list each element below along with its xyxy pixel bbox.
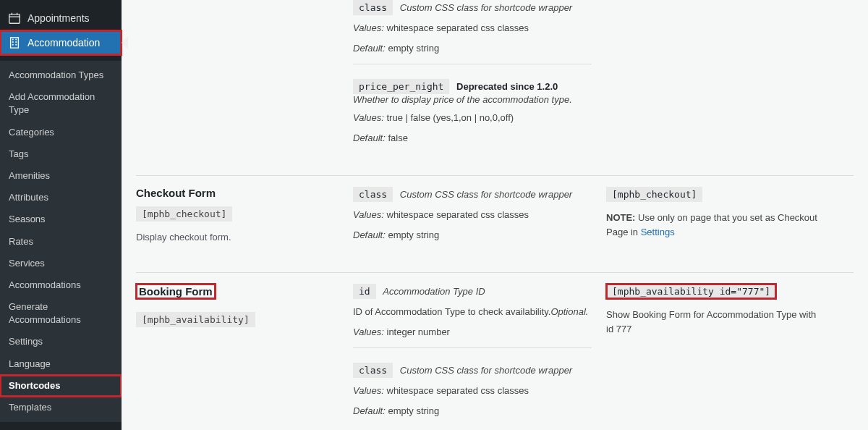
svg-rect-7 [12,41,14,43]
section-title: Booking Form [136,284,216,299]
param-name-code: class [353,187,393,202]
submenu-categories[interactable]: Categories [0,122,122,143]
param-desc: Custom CSS class for shortcode wrapper [400,2,572,13]
submenu-settings[interactable]: Settings [0,331,122,353]
example-code: [mphb_availability id="777"] [606,284,776,299]
param-desc: Accommodation Type ID [383,286,485,297]
submenu-shortcodes[interactable]: Shortcodes [0,375,122,397]
svg-rect-6 [15,39,17,41]
param-desc: Custom CSS class for shortcode wrapper [400,365,572,376]
menu-appointments[interactable]: Appointments [0,6,122,30]
section-desc: Display checkout form. [136,230,339,245]
param-name-code: class [353,363,393,378]
param-id: id Accommodation Type ID ID of Accommoda… [353,284,592,348]
shortcode-row-prev: class Custom CSS class for shortcode wra… [136,0,854,168]
calendar-icon [7,11,22,25]
svg-rect-8 [15,41,17,43]
building-icon [7,35,22,50]
submenu-rates[interactable]: Rates [0,231,122,253]
param-class: class Custom CSS class for shortcode wra… [353,363,592,426]
svg-rect-4 [11,38,19,48]
submenu-types[interactable]: Accommodation Types [0,64,122,86]
param-class: class Custom CSS class for shortcode wra… [353,0,592,64]
svg-rect-10 [15,44,17,46]
svg-rect-0 [9,14,20,24]
param-name-code: id [353,284,376,299]
section-title: Checkout Form [136,187,339,199]
submenu-amenities[interactable]: Amenities [0,165,122,187]
shortcode-row-booking: Booking Form [mphb_availability] id Acco… [136,272,854,430]
param-desc: Custom CSS class for shortcode wrapper [400,189,572,200]
shortcode-row-checkout: Checkout Form [mphb_checkout] Display ch… [136,175,854,265]
submenu-add-type[interactable]: Add Accommodation Type [0,86,122,121]
submenu-language[interactable]: Language [0,353,122,375]
shortcode-tag: [mphb_availability] [136,312,255,327]
submenu-accommodations[interactable]: Accommodations [0,274,122,296]
deprecated-label: Deprecated since 1.2.0 [456,81,558,92]
submenu-services[interactable]: Services [0,253,122,274]
submenu-attributes[interactable]: Attributes [0,187,122,208]
menu-label: Accommodation [27,37,100,49]
menu-label: Appointments [27,12,90,24]
submenu-seasons[interactable]: Seasons [0,208,122,230]
submenu-generate[interactable]: Generate Accommodations [0,296,122,331]
main-content: class Custom CSS class for shortcode wra… [122,0,868,430]
submenu: Accommodation Types Add Accommodation Ty… [0,61,122,422]
submenu-tags[interactable]: Tags [0,143,122,165]
param-class: class Custom CSS class for shortcode wra… [353,187,592,250]
param-name-code: price_per_night [353,79,449,94]
svg-rect-5 [12,39,14,41]
settings-link[interactable]: Settings [641,227,675,237]
menu-accommodation[interactable]: Accommodation [0,30,122,55]
admin-sidebar: Appointments Accommodation Accommodation… [0,0,122,430]
example-code: [mphb_checkout] [606,187,702,202]
svg-rect-9 [12,44,14,46]
shortcode-tag: [mphb_checkout] [136,206,232,222]
example-note: NOTE: Use only on page that you set as C… [606,211,823,239]
param-name-code: class [353,0,393,15]
example-desc: Show Booking Form for Accommodation Type… [606,308,823,336]
param-price-per-night: price_per_night Deprecated since 1.2.0 W… [353,79,592,153]
submenu-templates[interactable]: Templates [0,397,122,418]
